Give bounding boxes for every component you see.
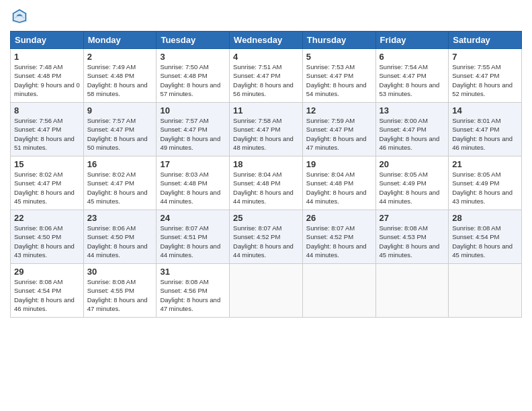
day-cell-23: 23Sunrise: 8:06 AMSunset: 4:50 PMDayligh… [83, 210, 157, 264]
day-info: Sunrise: 7:57 AMSunset: 4:47 PMDaylight:… [87, 116, 153, 152]
day-cell-12: 12Sunrise: 7:59 AMSunset: 4:47 PMDayligh… [302, 103, 375, 156]
day-cell-2: 2Sunrise: 7:49 AMSunset: 4:48 PMDaylight… [83, 49, 157, 103]
day-cell-10: 10Sunrise: 7:57 AMSunset: 4:47 PMDayligh… [157, 103, 230, 156]
day-number: 27 [380, 213, 445, 223]
day-number: 25 [233, 213, 299, 223]
day-number: 21 [452, 159, 518, 169]
day-info: Sunrise: 7:56 AMSunset: 4:47 PMDaylight:… [14, 116, 80, 152]
day-cell-14: 14Sunrise: 8:01 AMSunset: 4:47 PMDayligh… [449, 103, 522, 156]
day-cell-24: 24Sunrise: 8:07 AMSunset: 4:51 PMDayligh… [157, 210, 230, 264]
weekday-header-wednesday: Wednesday [230, 32, 303, 49]
day-number: 9 [87, 105, 153, 116]
day-cell-31: 31Sunrise: 8:08 AMSunset: 4:56 PMDayligh… [157, 264, 230, 318]
day-info: Sunrise: 7:54 AMSunset: 4:47 PMDaylight:… [380, 62, 445, 98]
page: SundayMondayTuesdayWednesdayThursdayFrid… [0, 0, 532, 411]
calendar-table: SundayMondayTuesdayWednesdayThursdayFrid… [10, 31, 522, 318]
day-number: 22 [14, 213, 80, 223]
day-info: Sunrise: 7:57 AMSunset: 4:47 PMDaylight:… [160, 116, 226, 152]
weekday-header-saturday: Saturday [449, 32, 522, 49]
day-cell-4: 4Sunrise: 7:51 AMSunset: 4:47 PMDaylight… [230, 49, 303, 103]
week-row-1: 1Sunrise: 7:48 AMSunset: 4:48 PMDaylight… [11, 49, 522, 103]
day-cell-21: 21Sunrise: 8:05 AMSunset: 4:49 PMDayligh… [449, 156, 522, 210]
day-cell-15: 15Sunrise: 8:02 AMSunset: 4:47 PMDayligh… [11, 156, 84, 210]
day-info: Sunrise: 8:04 AMSunset: 4:48 PMDaylight:… [306, 170, 372, 205]
week-row-4: 22Sunrise: 8:06 AMSunset: 4:50 PMDayligh… [11, 210, 522, 264]
day-cell-5: 5Sunrise: 7:53 AMSunset: 4:47 PMDaylight… [302, 49, 375, 103]
empty-cell [302, 264, 375, 318]
empty-cell [375, 264, 449, 318]
day-cell-17: 17Sunrise: 8:03 AMSunset: 4:48 PMDayligh… [157, 156, 230, 210]
day-info: Sunrise: 8:08 AMSunset: 4:55 PMDaylight:… [87, 277, 153, 313]
day-number: 26 [306, 213, 372, 223]
weekday-header-monday: Monday [83, 32, 157, 49]
day-info: Sunrise: 8:00 AMSunset: 4:47 PMDaylight:… [380, 116, 445, 152]
day-cell-19: 19Sunrise: 8:04 AMSunset: 4:48 PMDayligh… [302, 156, 375, 210]
empty-cell [449, 264, 522, 318]
day-info: Sunrise: 7:48 AMSunset: 4:48 PMDaylight:… [14, 62, 80, 98]
day-info: Sunrise: 8:02 AMSunset: 4:47 PMDaylight:… [14, 170, 80, 205]
day-info: Sunrise: 8:08 AMSunset: 4:54 PMDaylight:… [14, 277, 80, 313]
day-cell-3: 3Sunrise: 7:50 AMSunset: 4:48 PMDaylight… [157, 49, 230, 103]
day-number: 28 [452, 213, 518, 223]
weekday-header-tuesday: Tuesday [157, 32, 230, 49]
day-number: 15 [14, 159, 80, 169]
weekday-header-friday: Friday [375, 32, 449, 49]
day-cell-27: 27Sunrise: 8:08 AMSunset: 4:53 PMDayligh… [375, 210, 449, 264]
day-number: 10 [160, 105, 226, 116]
day-info: Sunrise: 7:49 AMSunset: 4:48 PMDaylight:… [87, 62, 153, 98]
day-number: 7 [452, 52, 518, 62]
day-number: 1 [14, 52, 80, 62]
day-cell-6: 6Sunrise: 7:54 AMSunset: 4:47 PMDaylight… [375, 49, 449, 103]
day-number: 29 [14, 267, 80, 277]
day-number: 23 [87, 213, 153, 223]
day-info: Sunrise: 7:50 AMSunset: 4:48 PMDaylight:… [160, 62, 226, 98]
logo [10, 7, 32, 26]
header [10, 7, 522, 26]
day-number: 30 [87, 267, 153, 277]
day-cell-7: 7Sunrise: 7:55 AMSunset: 4:47 PMDaylight… [449, 49, 522, 103]
day-number: 3 [160, 52, 226, 62]
day-info: Sunrise: 8:06 AMSunset: 4:50 PMDaylight:… [14, 224, 80, 259]
day-info: Sunrise: 7:51 AMSunset: 4:47 PMDaylight:… [233, 62, 299, 98]
week-row-3: 15Sunrise: 8:02 AMSunset: 4:47 PMDayligh… [11, 156, 522, 210]
day-number: 16 [87, 159, 153, 169]
day-cell-1: 1Sunrise: 7:48 AMSunset: 4:48 PMDaylight… [11, 49, 84, 103]
day-number: 20 [380, 159, 445, 169]
day-number: 2 [87, 52, 153, 62]
day-info: Sunrise: 7:53 AMSunset: 4:47 PMDaylight:… [306, 62, 372, 98]
day-cell-13: 13Sunrise: 8:00 AMSunset: 4:47 PMDayligh… [375, 103, 449, 156]
day-cell-8: 8Sunrise: 7:56 AMSunset: 4:47 PMDaylight… [11, 103, 84, 156]
day-cell-9: 9Sunrise: 7:57 AMSunset: 4:47 PMDaylight… [83, 103, 157, 156]
day-info: Sunrise: 8:08 AMSunset: 4:53 PMDaylight:… [380, 224, 445, 259]
weekday-header-row: SundayMondayTuesdayWednesdayThursdayFrid… [11, 32, 522, 49]
day-cell-28: 28Sunrise: 8:08 AMSunset: 4:54 PMDayligh… [449, 210, 522, 264]
day-info: Sunrise: 8:05 AMSunset: 4:49 PMDaylight:… [380, 170, 445, 205]
day-info: Sunrise: 8:06 AMSunset: 4:50 PMDaylight:… [87, 224, 153, 259]
day-cell-29: 29Sunrise: 8:08 AMSunset: 4:54 PMDayligh… [11, 264, 84, 318]
day-number: 6 [380, 52, 445, 62]
weekday-header-thursday: Thursday [302, 32, 375, 49]
day-cell-22: 22Sunrise: 8:06 AMSunset: 4:50 PMDayligh… [11, 210, 84, 264]
day-info: Sunrise: 8:05 AMSunset: 4:49 PMDaylight:… [452, 170, 518, 205]
week-row-2: 8Sunrise: 7:56 AMSunset: 4:47 PMDaylight… [11, 103, 522, 156]
empty-cell [230, 264, 303, 318]
day-info: Sunrise: 8:07 AMSunset: 4:52 PMDaylight:… [306, 224, 372, 259]
day-cell-26: 26Sunrise: 8:07 AMSunset: 4:52 PMDayligh… [302, 210, 375, 264]
day-info: Sunrise: 8:02 AMSunset: 4:47 PMDaylight:… [87, 170, 153, 205]
logo-icon [10, 7, 29, 26]
day-number: 19 [306, 159, 372, 169]
day-number: 5 [306, 52, 372, 62]
week-row-5: 29Sunrise: 8:08 AMSunset: 4:54 PMDayligh… [11, 264, 522, 318]
day-info: Sunrise: 8:08 AMSunset: 4:56 PMDaylight:… [160, 277, 226, 313]
day-number: 14 [452, 105, 518, 116]
day-cell-11: 11Sunrise: 7:58 AMSunset: 4:47 PMDayligh… [230, 103, 303, 156]
day-cell-16: 16Sunrise: 8:02 AMSunset: 4:47 PMDayligh… [83, 156, 157, 210]
day-number: 4 [233, 52, 299, 62]
day-info: Sunrise: 8:08 AMSunset: 4:54 PMDaylight:… [452, 224, 518, 259]
day-cell-25: 25Sunrise: 8:07 AMSunset: 4:52 PMDayligh… [230, 210, 303, 264]
day-number: 24 [160, 213, 226, 223]
day-cell-30: 30Sunrise: 8:08 AMSunset: 4:55 PMDayligh… [83, 264, 157, 318]
day-info: Sunrise: 8:01 AMSunset: 4:47 PMDaylight:… [452, 116, 518, 152]
day-cell-18: 18Sunrise: 8:04 AMSunset: 4:48 PMDayligh… [230, 156, 303, 210]
day-number: 18 [233, 159, 299, 169]
